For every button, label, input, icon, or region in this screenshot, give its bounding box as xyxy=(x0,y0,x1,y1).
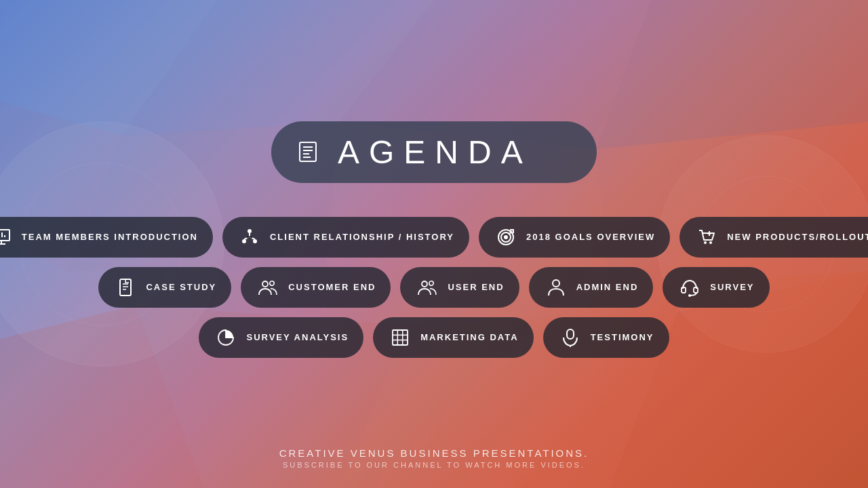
svg-point-49 xyxy=(429,281,433,285)
svg-point-28 xyxy=(242,239,246,243)
pill-marketing-data[interactable]: MARKETING DATA xyxy=(373,317,534,358)
pill-customer-end[interactable]: CUSTOMER END xyxy=(241,267,391,308)
presentation-icon xyxy=(0,225,14,249)
pill-label-testimony: TESTIMONY xyxy=(591,332,654,342)
row-3: SURVEY ANALYSIS MARKETING DATA xyxy=(199,317,669,358)
row-1: TEAM MEMBERS INTRODUCTION CLIENT RELATIO… xyxy=(0,217,868,258)
pill-client-relationship[interactable]: CLIENT RELATIONSHIP / HISTORY xyxy=(222,217,469,258)
mic-icon xyxy=(558,325,583,350)
pill-label-user-end: USER END xyxy=(448,282,504,292)
svg-rect-15 xyxy=(300,142,316,161)
headset-icon xyxy=(677,275,702,300)
pill-label-client-relationship: CLIENT RELATIONSHIP / HISTORY xyxy=(270,232,454,242)
pill-user-end[interactable]: USER END xyxy=(400,267,519,308)
row-2: CASE STUDY CUSTOMER END xyxy=(98,267,769,308)
footer-main-text: CREATIVE VENUS BUSINESS PRESENTATIONS. xyxy=(0,447,868,459)
svg-point-38 xyxy=(704,241,707,244)
pill-survey[interactable]: SURVEY xyxy=(663,267,769,308)
pill-label-marketing-data: MARKETING DATA xyxy=(420,332,519,342)
pill-label-customer-end: CUSTOMER END xyxy=(288,282,376,292)
pill-label-case-study: CASE STUDY xyxy=(146,282,216,292)
group2-icon xyxy=(415,275,439,300)
pill-testimony[interactable]: TESTIMONY xyxy=(543,317,669,358)
pill-label-goals: 2018 GOALS OVERVIEW xyxy=(526,232,655,242)
agenda-title-pill: AGENDA xyxy=(271,121,597,183)
footer: CREATIVE VENUS BUSINESS PRESENTATIONS. S… xyxy=(0,447,868,469)
pill-label-survey-analysis: SURVEY ANALYSIS xyxy=(246,332,349,342)
pill-case-study[interactable]: CASE STUDY xyxy=(98,267,231,308)
svg-point-36 xyxy=(504,235,508,239)
pill-label-team-members: TEAM MEMBERS INTRODUCTION xyxy=(22,232,198,242)
pill-admin-end[interactable]: ADMIN END xyxy=(529,267,654,308)
pill-goals-overview[interactable]: 2018 GOALS OVERVIEW xyxy=(479,217,670,258)
target-icon xyxy=(494,225,518,249)
cart-icon xyxy=(694,225,719,249)
svg-rect-59 xyxy=(567,329,574,339)
svg-point-47 xyxy=(270,281,274,285)
pill-label-survey: SURVEY xyxy=(710,282,754,292)
pill-new-products[interactable]: NEW PRODUCTS/ROLLOUTS xyxy=(679,217,868,258)
agenda-icon xyxy=(292,136,324,168)
main-content: AGENDA TEAM MEMBERS INTRODUCTION xyxy=(0,0,868,488)
svg-point-48 xyxy=(422,281,427,287)
footer-sub-text: SUBSCRIBE TO OUR CHANNEL TO WATCH MORE V… xyxy=(0,461,868,469)
group-icon xyxy=(256,275,280,300)
svg-point-46 xyxy=(262,281,268,287)
document-icon xyxy=(113,275,138,300)
svg-point-29 xyxy=(253,239,257,243)
pill-label-new-products: NEW PRODUCTS/ROLLOUTS xyxy=(727,232,868,242)
hierarchy-icon xyxy=(237,225,262,249)
pill-team-members-intro[interactable]: TEAM MEMBERS INTRODUCTION xyxy=(0,217,213,258)
grid-icon xyxy=(388,325,412,350)
svg-rect-54 xyxy=(393,330,408,345)
person-icon xyxy=(544,275,568,300)
svg-point-27 xyxy=(248,229,252,233)
svg-point-53 xyxy=(688,294,691,297)
svg-rect-33 xyxy=(247,236,252,239)
svg-point-50 xyxy=(553,280,559,287)
pill-survey-analysis[interactable]: SURVEY ANALYSIS xyxy=(199,317,363,358)
svg-point-39 xyxy=(709,241,712,244)
pie-icon xyxy=(214,325,238,350)
pill-label-admin-end: ADMIN END xyxy=(576,282,639,292)
agenda-title-text: AGENDA xyxy=(338,134,532,171)
